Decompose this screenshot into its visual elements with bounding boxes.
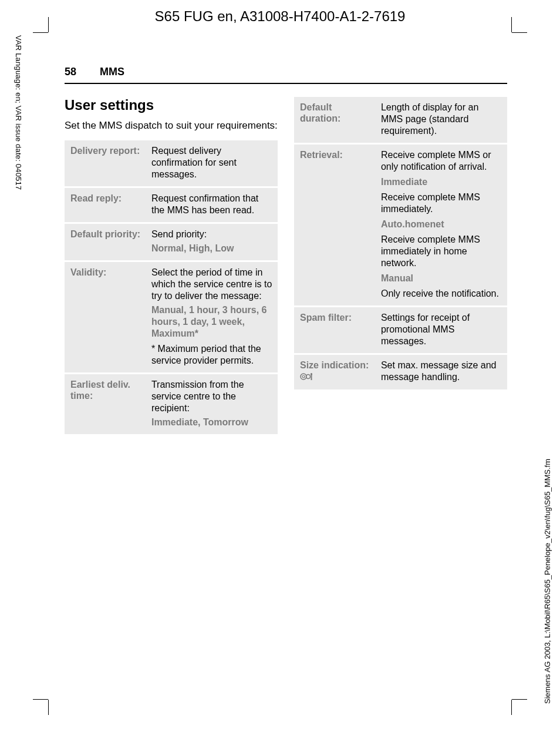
retrieval-body: Receive complete MMS immediately in home… — [381, 234, 502, 269]
crop-mark — [511, 700, 512, 715]
intro-text: Set the MMS dispatch to suit your requir… — [65, 119, 278, 132]
setting-label: Size indication: — [294, 354, 375, 391]
retrieval-head: Manual — [381, 273, 502, 284]
setting-label: Delivery report: — [65, 140, 146, 187]
setting-options: Manual, 1 hour, 3 hours, 6 hours, 1 day,… — [151, 304, 273, 340]
setting-desc-text: Send priority: — [151, 229, 207, 239]
setting-label: Default priority: — [65, 223, 146, 261]
table-row: Size indication: Set max. message size — [294, 354, 507, 391]
table-row: Retrieval: Receive complete MMS or only … — [294, 144, 507, 307]
setting-label: Earliest deliv. time: — [65, 374, 146, 435]
setting-options: Immediate, Tomorrow — [151, 417, 273, 428]
setting-desc-text: Transmission from the service centre to … — [151, 380, 244, 413]
section-name: MMS — [100, 66, 124, 78]
table-row: Validity: Select the period of time in w… — [65, 261, 278, 374]
setting-label: Validity: — [65, 261, 146, 374]
setting-label: Read reply: — [65, 187, 146, 223]
margin-right-text: Siemens AG 2003, L:\Mobil\R65\S65_Penelo… — [543, 459, 552, 704]
table-row: Delivery report: Request delivery confir… — [65, 140, 278, 187]
setting-desc: Send priority: Normal, High, Low — [146, 223, 278, 261]
setting-desc: Request delivery confirmation for sent m… — [146, 140, 278, 187]
retrieval-head: Auto.homenet — [381, 219, 502, 230]
svg-point-0 — [301, 374, 306, 380]
retrieval-head: Immediate — [381, 176, 502, 188]
setting-note: * Maximum period that the service provid… — [151, 343, 273, 367]
settings-table-right: Default duration: Length of display for … — [294, 97, 507, 391]
setting-desc: Request confirmation that the MMS has be… — [146, 187, 278, 223]
svg-point-4 — [311, 374, 312, 375]
setting-desc: Select the period of time in which the s… — [146, 261, 278, 374]
svg-point-1 — [302, 375, 305, 378]
retrieval-body: Receive complete MMS immediately. — [381, 192, 502, 215]
setting-options: Normal, High, Low — [151, 243, 273, 254]
setting-desc: Length of display for an MMS page (stand… — [375, 97, 507, 144]
document-header: S65 FUG en, A31008-H7400-A1-2-7619 — [0, 0, 560, 28]
table-row: Spam filter: Settings for receipt of pro… — [294, 307, 507, 354]
setting-desc-text: Receive complete MMS or only notificatio… — [381, 150, 491, 172]
crop-mark — [512, 699, 527, 700]
section-title: User settings — [65, 97, 278, 113]
setting-desc: Receive complete MMS or only notificatio… — [375, 144, 507, 307]
setting-desc: Set max. message size and message handli… — [375, 354, 507, 391]
setting-label: Spam filter: — [294, 307, 375, 354]
table-row: Default priority: Send priority: Normal,… — [65, 223, 278, 261]
page-number: 58 — [65, 66, 76, 78]
table-row: Read reply: Request confirmation that th… — [65, 187, 278, 223]
table-row: Default duration: Length of display for … — [294, 97, 507, 144]
retrieval-body: Only receive the notification. — [381, 288, 502, 300]
setting-desc-text: Select the period of time in which the s… — [151, 267, 272, 301]
gear-icon — [300, 372, 313, 384]
settings-table-left: Delivery report: Request delivery confir… — [65, 140, 278, 436]
crop-mark — [48, 700, 49, 715]
setting-label: Retrieval: — [294, 144, 375, 307]
crop-mark — [33, 699, 48, 700]
setting-label: Default duration: — [294, 97, 375, 144]
table-row: Earliest deliv. time: Transmission from … — [65, 374, 278, 435]
setting-desc: Settings for receipt of promotional MMS … — [375, 307, 507, 354]
page-header: 58 MMS — [65, 28, 507, 84]
setting-desc: Transmission from the service centre to … — [146, 374, 278, 435]
